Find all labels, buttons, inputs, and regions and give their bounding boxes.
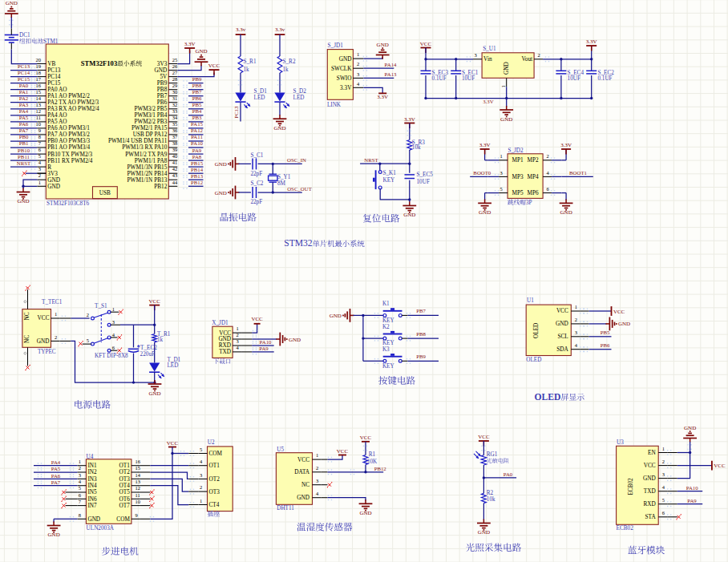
text-run: 12 [135, 485, 140, 491]
text-run: IN6 [87, 496, 97, 503]
text-power: VCC [167, 440, 179, 447]
text-run: OLED [533, 323, 540, 338]
text-run: VCC [148, 298, 160, 305]
text-run: PC14 [18, 70, 30, 75]
text-run: 3.3v [236, 26, 246, 33]
netlabel-PC14: PC14 [18, 70, 30, 75]
text-pinname: PWM1/1 PA8 [135, 158, 168, 164]
text-des: 10UF [462, 75, 475, 82]
schematic-canvas[interactable]: 20VB253V319PC1326GND18PC14275V17PC1528PB… [0, 0, 728, 562]
netlabel-PA3: PA3 [19, 102, 29, 107]
text-pinname: OT1 [119, 463, 131, 469]
text-des: R1 [369, 451, 376, 458]
text-pinname: NC [24, 312, 30, 320]
text-run: BOOT1 [569, 170, 587, 176]
text-run: LINK [327, 102, 342, 108]
netlabel-BOOT0: BOOT0 [473, 170, 491, 176]
text-run: PB7 [157, 93, 168, 99]
text-run: GND [618, 321, 630, 327]
text-run: 39 [172, 147, 178, 152]
text-pinname: 3.3V [340, 85, 352, 91]
text-pinnum: 39 [172, 147, 178, 152]
text-run: PA10 [686, 485, 698, 491]
text-power: VCC [360, 435, 372, 441]
text-run: MP1 [512, 157, 524, 164]
text-run: GND [560, 209, 572, 216]
text-pinname: PA5 AO [47, 119, 67, 125]
text-pinname: 5V [160, 74, 168, 80]
text-run: 3 [316, 478, 318, 483]
text-run: 10 [135, 499, 140, 504]
text-run: 34 [172, 115, 178, 120]
netlabel-PB7: PB7 [192, 89, 202, 95]
text-run: 14 [135, 472, 140, 478]
netlabel-PB12: PB12 [191, 180, 204, 185]
text-run: 10k [412, 144, 421, 151]
text-pinnum: 1 [500, 153, 503, 159]
text-pinname: PB7 [157, 93, 168, 99]
text-run: 35 [172, 121, 178, 127]
text-run: VCC [337, 448, 349, 455]
text-pinnum: 5 [662, 497, 665, 503]
text-pinname: OT5 [119, 489, 131, 495]
text-run: ULN2003A [87, 525, 115, 532]
text-run: OT6 [119, 496, 131, 503]
netlabel-PB5: PB5 [192, 102, 202, 107]
text-run: 29 [172, 83, 178, 88]
text-run: PB0 AO PWM3/3 [47, 138, 90, 144]
text-pinname: RXD [643, 501, 655, 507]
text-pinnum: 43 [172, 172, 178, 178]
text-pinname: PWM2/2 PB3 [134, 119, 167, 125]
text-run: VCC [613, 309, 625, 315]
text-run: VCC [420, 41, 432, 47]
text-run: VCC [38, 315, 50, 321]
text-pinname: IN4 [87, 483, 97, 489]
text-run: RXD [643, 501, 655, 507]
text-run: PB6 [192, 95, 202, 101]
netlabel-PA7: PA7 [19, 127, 29, 133]
text-pinname: PA1 AO PWM2/2 [47, 93, 90, 99]
text-run: NRST [17, 160, 31, 166]
text-pinnum: 15 [135, 465, 140, 471]
text-run: GND [643, 475, 656, 482]
text-pinnum: 5 [200, 447, 202, 452]
text-run: S_D2 [293, 88, 307, 95]
text-power: GND [403, 212, 415, 218]
text-run: PB9 [416, 354, 426, 359]
text-power: 3.3V [586, 38, 597, 45]
text-pinname: PC15 [47, 80, 60, 87]
text-pinname: VCC [556, 308, 568, 314]
uln-comment: ULN2003A [87, 525, 115, 532]
text-run: STA [645, 514, 657, 520]
text-pinname: 3V3 [47, 171, 58, 177]
text-pinname: PWM1/2 TX PA9 [125, 152, 167, 158]
ecb02-pin-label: ECB02 [628, 478, 634, 495]
netlabel-PA0: PA0 [504, 471, 513, 477]
text-run: GND [148, 390, 160, 397]
netlabel-PA11: PA11 [191, 134, 203, 139]
text-run: PB11 RX PWM2/4 [47, 158, 93, 164]
text-run: PWM1/1 PA8 [135, 158, 168, 164]
text-des: 10k [412, 144, 421, 151]
text-pinname: VCC [38, 315, 50, 321]
text-run: 3V3 [157, 61, 168, 67]
text-run: 3.3V [586, 38, 597, 45]
text-des: 1k [283, 67, 289, 73]
text-pinnum: 2 [200, 484, 202, 490]
text-run: PB10 [18, 148, 30, 153]
ecb02-designator: U3 [617, 439, 624, 446]
text-des: 220uF [140, 351, 155, 358]
text-run: PC15 [47, 80, 60, 87]
text-run: RG1 [487, 451, 498, 458]
ecb02-body[interactable] [617, 446, 659, 524]
text-pinnum: 25 [172, 57, 178, 63]
text-run: OT5 [119, 489, 131, 495]
text-run: 16 [135, 459, 140, 464]
text-pinname: MP4 [527, 174, 538, 180]
netlabel-PB9: PB9 [192, 76, 202, 82]
text-pinnum: 3 [357, 71, 359, 77]
text-power: VCC [251, 316, 263, 322]
text-pinname: USB DP PA12 [133, 131, 168, 138]
text-pinnum: 1 [237, 325, 239, 331]
jd1-designator: S_JD1 [328, 42, 344, 49]
